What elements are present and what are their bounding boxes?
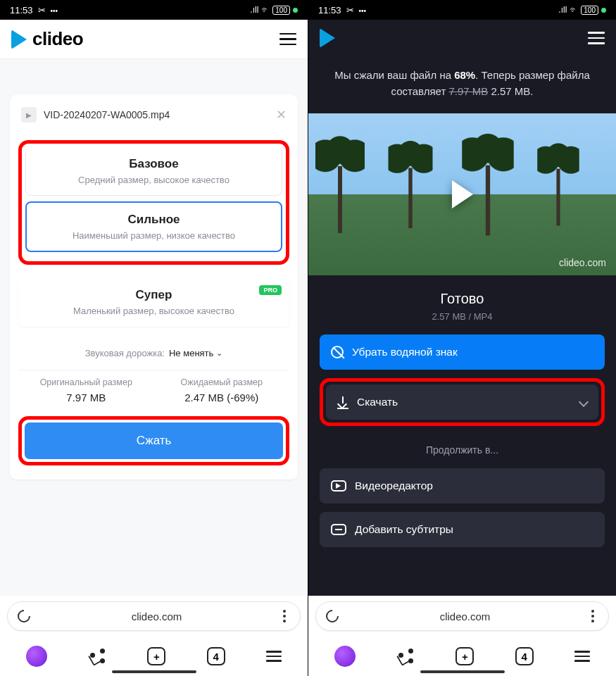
logo-mark-icon — [320, 28, 335, 48]
orig-size-value: 7.97 MB — [18, 392, 154, 403]
app-header: clideo — [0, 20, 308, 59]
button-label: Убрать водяной знак — [352, 346, 458, 358]
status-time: 11:53 — [10, 5, 33, 15]
status-app-icon: ✂ — [38, 5, 46, 15]
video-editor-icon — [331, 480, 346, 492]
status-dots — [359, 5, 367, 15]
option-sub: Наименьший размер, низкое качество — [34, 230, 274, 241]
share-icon[interactable] — [396, 647, 415, 665]
privacy-dot — [601, 8, 606, 13]
status-bar: 11:53 ✂ .ıll ᯤ 100 — [308, 0, 616, 20]
brand-logo[interactable] — [320, 28, 335, 48]
video-preview[interactable]: clideo.com — [308, 113, 616, 275]
remove-watermark-button[interactable]: Убрать водяной знак — [320, 334, 605, 370]
browser-menu-button[interactable] — [266, 651, 282, 662]
url-menu-icon[interactable] — [283, 610, 290, 622]
url-pill[interactable]: clideo.com — [7, 601, 301, 631]
ready-sub: 2.57 MB / MP4 — [308, 311, 616, 322]
options-highlight-frame: Базовое Средний размер, высокое качество… — [18, 140, 289, 265]
audio-label: Звуковая дорожка: — [85, 348, 165, 358]
logo-mark-icon — [11, 30, 27, 49]
status-bar: 11:53 ✂ .ıll ᯤ 100 — [0, 0, 308, 20]
play-icon[interactable] — [452, 180, 473, 208]
url-pill[interactable]: clideo.com — [315, 601, 609, 631]
download-button[interactable]: Скачать — [326, 384, 598, 420]
privacy-dot — [293, 8, 298, 13]
expected-size-label: Ожидаемый размер — [154, 377, 290, 387]
option-sub: Средний размер, высокое качество — [33, 175, 275, 185]
download-icon — [337, 396, 348, 408]
pro-badge: PRO — [259, 285, 282, 295]
status-dots — [51, 5, 58, 15]
chevron-down-icon — [579, 397, 589, 407]
url-menu-icon[interactable] — [591, 610, 598, 622]
sizes-row: Оригинальный размер 7.97 MB Ожидаемый ра… — [18, 370, 289, 416]
browser-url-bar: clideo.com — [308, 596, 616, 637]
brand-logo[interactable]: clideo — [11, 28, 83, 50]
option-title: Базовое — [33, 157, 275, 171]
watermark: clideo.com — [559, 257, 606, 268]
browser-url-bar: clideo.com — [0, 596, 308, 637]
option-title: Сильное — [34, 213, 274, 227]
orig-size-label: Оригинальный размер — [18, 377, 154, 387]
menu-button[interactable] — [279, 33, 296, 46]
home-indicator — [420, 670, 505, 673]
continue-in-label: Продолжить в... — [320, 434, 605, 460]
signal-icon: .ıll — [558, 5, 567, 15]
video-editor-button[interactable]: Видеоредактор — [320, 468, 605, 503]
wifi-icon: ᯤ — [570, 5, 578, 15]
menu-button[interactable] — [588, 32, 605, 44]
download-highlight-frame: Скачать — [320, 378, 605, 426]
ready-title: Готово — [308, 291, 616, 307]
tabs-button[interactable]: 4 — [207, 647, 225, 665]
file-thumb-icon: ▶ — [21, 107, 37, 123]
add-subtitles-button[interactable]: Добавить субтитры — [320, 512, 605, 547]
browser-nav-bar: + 4 — [0, 637, 308, 676]
audio-select[interactable]: Не менять ⌄ — [169, 348, 222, 358]
no-sign-icon — [331, 346, 344, 358]
browser-nav-bar: + 4 — [308, 637, 616, 676]
button-label: Видеоредактор — [355, 480, 433, 492]
old-size: 7.97 MB — [448, 85, 488, 97]
battery-percent: 100 — [272, 6, 290, 15]
reload-icon[interactable] — [15, 607, 32, 625]
wifi-icon: ᯤ — [261, 5, 270, 15]
url-text: clideo.com — [346, 611, 584, 622]
button-label: Скачать — [357, 396, 398, 408]
compress-highlight-frame: Сжать — [18, 416, 289, 465]
status-app-icon: ✂ — [346, 5, 354, 15]
new-tab-button[interactable]: + — [147, 647, 165, 665]
option-basic[interactable]: Базовое Средний размер, высокое качество — [25, 147, 282, 196]
browser-menu-button[interactable] — [574, 651, 590, 662]
home-indicator — [112, 670, 196, 673]
audio-track-row: Звуковая дорожка: Не менять ⌄ — [18, 332, 289, 370]
subtitles-icon — [331, 524, 346, 535]
option-sub: Маленький размер, высокое качество — [26, 306, 282, 316]
file-name: VID-20240207-WA0005.mp4 — [44, 109, 269, 120]
reload-icon[interactable] — [323, 607, 341, 625]
battery-percent: 100 — [581, 6, 598, 15]
option-super[interactable]: PRO Супер Маленький размер, высокое каче… — [18, 277, 289, 327]
option-strong[interactable]: Сильное Наименьший размер, низкое качест… — [25, 201, 282, 252]
new-tab-button[interactable]: + — [455, 647, 474, 665]
chevron-down-icon: ⌄ — [216, 349, 222, 358]
app-header — [308, 20, 616, 56]
compress-button[interactable]: Сжать — [25, 423, 283, 459]
audio-value: Не менять — [169, 348, 213, 358]
option-title: Супер — [26, 288, 282, 302]
expected-size-value: 2.47 MB (-69%) — [154, 392, 290, 403]
alice-button[interactable] — [26, 646, 47, 667]
share-icon[interactable] — [88, 647, 106, 665]
tabs-button[interactable]: 4 — [515, 647, 534, 665]
status-time: 11:53 — [318, 5, 341, 15]
signal-icon: .ıll — [250, 5, 258, 15]
remove-file-button[interactable]: ✕ — [276, 107, 287, 123]
file-row: ▶ VID-20240207-WA0005.mp4 ✕ — [18, 104, 289, 136]
compression-message: Мы сжали ваш файл на 68%. Теперь размер … — [308, 56, 616, 113]
logo-text: clideo — [32, 28, 83, 50]
url-text: clideo.com — [37, 611, 276, 622]
button-label: Добавить субтитры — [355, 523, 453, 536]
alice-button[interactable] — [334, 646, 356, 667]
